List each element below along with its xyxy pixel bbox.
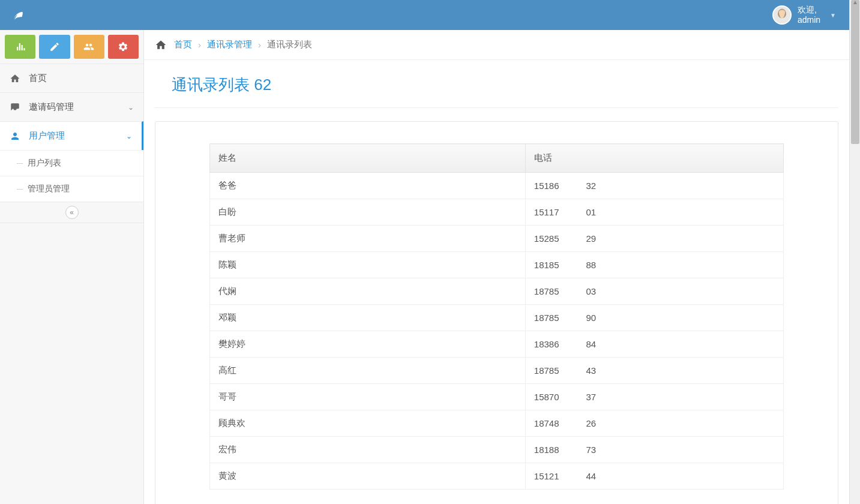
user-icon: [10, 131, 20, 142]
sidebar-collapse[interactable]: «: [0, 202, 143, 223]
inbox-icon: [10, 102, 20, 113]
breadcrumb-sep: ›: [198, 40, 201, 50]
cell-name: 曹老师: [210, 226, 526, 252]
cell-phone: 15117 01: [525, 199, 783, 226]
cell-name: 高红: [210, 358, 526, 384]
sidebar-item-label: 首页: [29, 73, 47, 84]
cell-name: 哥哥: [210, 384, 526, 410]
sidebar-item-home[interactable]: 首页: [0, 64, 143, 92]
table-row: 白盼15117 01: [210, 199, 784, 226]
table-row: 爸爸15186 32: [210, 173, 784, 199]
contacts-table: 姓名 电话 爸爸15186 32白盼15117 01曹老师15285 29陈颖1…: [209, 143, 784, 490]
table-row: 高红18785 43: [210, 358, 784, 384]
chevron-down-icon: ⌄: [128, 103, 134, 112]
logo-leaf-icon: [6, 7, 26, 24]
cell-phone: 18785 90: [525, 305, 783, 331]
sidebar: 首页 邀请码管理 ⌄ 用户管理 ⌄ 用户列表 管理员管理 «: [0, 30, 144, 504]
cell-phone: 18748 26: [525, 410, 783, 437]
table-row: 邓颖18785 90: [210, 305, 784, 331]
table-row: 代娴18785 03: [210, 278, 784, 305]
subnav-user-mgmt: 用户列表 管理员管理: [0, 150, 143, 202]
breadcrumb-mid[interactable]: 通讯录管理: [207, 39, 252, 50]
cell-name: 顾典欢: [210, 410, 526, 437]
sidebar-item-invite[interactable]: 邀请码管理 ⌄: [0, 92, 143, 121]
cell-phone: 15121 44: [525, 463, 783, 490]
subnav-user-list[interactable]: 用户列表: [0, 150, 143, 176]
cell-phone: 18185 88: [525, 252, 783, 278]
chevron-down-icon: ▼: [830, 12, 836, 19]
table-row: 宏伟18188 73: [210, 437, 784, 463]
cell-phone: 15870 37: [525, 384, 783, 410]
th-name: 姓名: [210, 144, 526, 173]
chevron-down-icon: ⌄: [126, 132, 132, 140]
table-row: 曹老师15285 29: [210, 226, 784, 252]
contacts-card: 姓名 电话 爸爸15186 32白盼15117 01曹老师15285 29陈颖1…: [155, 121, 838, 504]
table-row: 哥哥15870 37: [210, 384, 784, 410]
table-row: 樊婷婷18386 84: [210, 331, 784, 358]
breadcrumb-home[interactable]: 首页: [174, 39, 192, 50]
cell-name: 陈颖: [210, 252, 526, 278]
sidebar-item-label: 邀请码管理: [29, 101, 74, 113]
table-row: 顾典欢18748 26: [210, 410, 784, 437]
cell-phone: 18785 43: [525, 358, 783, 384]
page-title: 通讯录列表 62: [172, 74, 822, 95]
cell-name: 白盼: [210, 199, 526, 226]
breadcrumb: 首页 › 通讯录管理 › 通讯录列表: [144, 30, 849, 60]
quick-buttons: [0, 30, 143, 64]
users-button[interactable]: [74, 35, 104, 59]
welcome-label: 欢迎,: [798, 5, 820, 15]
sidebar-item-user-mgmt[interactable]: 用户管理 ⌄: [0, 121, 143, 150]
cell-name: 黄波: [210, 463, 526, 490]
user-text: 欢迎, admin: [798, 5, 820, 25]
browser-scrollbar[interactable]: [849, 0, 860, 504]
home-icon: [10, 73, 20, 84]
th-phone: 电话: [525, 144, 783, 173]
cell-name: 邓颖: [210, 305, 526, 331]
cell-name: 代娴: [210, 278, 526, 305]
breadcrumb-sep: ›: [258, 40, 261, 50]
cell-name: 爸爸: [210, 173, 526, 199]
cell-phone: 15186 32: [525, 173, 783, 199]
edit-button[interactable]: [39, 35, 70, 59]
user-menu[interactable]: 欢迎, admin ▼: [772, 5, 843, 25]
cell-phone: 15285 29: [525, 226, 783, 252]
cell-phone: 18785 03: [525, 278, 783, 305]
cell-name: 宏伟: [210, 437, 526, 463]
content: 首页 › 通讯录管理 › 通讯录列表 通讯录列表 62 姓名 电话: [144, 30, 849, 504]
topbar: 欢迎, admin ▼: [0, 0, 849, 30]
collapse-icon: «: [65, 206, 79, 219]
table-row: 陈颖18185 88: [210, 252, 784, 278]
cell-phone: 18188 73: [525, 437, 783, 463]
cell-phone: 18386 84: [525, 331, 783, 358]
subnav-admin-mgmt[interactable]: 管理员管理: [0, 176, 143, 202]
stats-button[interactable]: [5, 35, 35, 59]
sidebar-item-label: 用户管理: [29, 130, 65, 142]
username-label: admin: [798, 15, 820, 25]
avatar: [772, 5, 792, 25]
home-icon: [155, 39, 167, 51]
settings-button[interactable]: [108, 35, 139, 59]
cell-name: 樊婷婷: [210, 331, 526, 358]
page-count: 62: [254, 76, 271, 94]
breadcrumb-current: 通讯录列表: [267, 39, 312, 50]
table-row: 黄波15121 44: [210, 463, 784, 490]
